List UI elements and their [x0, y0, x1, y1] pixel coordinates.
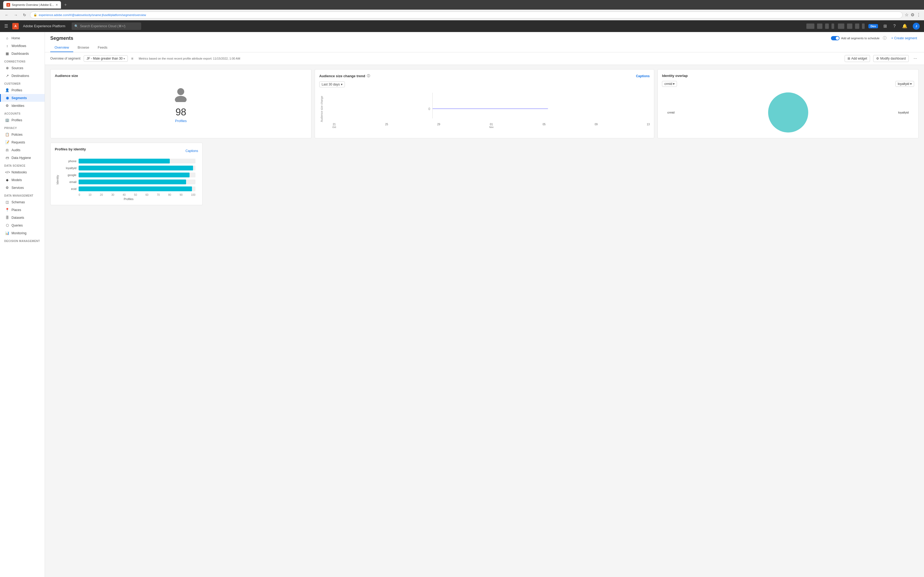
- monitoring-icon: 📊: [5, 231, 10, 235]
- tab-browse[interactable]: Browse: [73, 43, 93, 52]
- x-tick-29: 29: [437, 123, 440, 129]
- time-range-label: Last 30 days: [321, 82, 340, 86]
- sidebar-item-requests[interactable]: 📝 Requests: [0, 139, 45, 146]
- toggle-label: Add all segments to schedule: [841, 37, 880, 40]
- extensions-icon[interactable]: ⚙: [911, 12, 914, 18]
- models-icon: ◆: [5, 178, 10, 182]
- sidebar-item-workflows[interactable]: ↕ Workflows: [0, 42, 45, 50]
- workflows-icon: ↕: [5, 44, 10, 48]
- tab-overview[interactable]: Overview: [50, 43, 73, 52]
- sidebar-item-sources[interactable]: ⊕ Sources: [0, 64, 45, 72]
- profiles-captions-button[interactable]: Captions: [186, 149, 198, 153]
- sidebar-item-models[interactable]: ◆ Models: [0, 176, 45, 184]
- identity-overlap-widget: Identity overlap crmid ▾ loyaltyid ▾: [657, 69, 919, 139]
- sidebar-item-monitoring[interactable]: 📊 Monitoring: [0, 229, 45, 237]
- identity-overlap-controls: crmid ▾ loyaltyid ▾: [662, 81, 914, 87]
- toggle-all-segments[interactable]: Add all segments to schedule: [831, 36, 880, 40]
- sidebar-item-notebooks[interactable]: </> Notebooks: [0, 168, 45, 176]
- back-button[interactable]: ←: [3, 12, 10, 18]
- sidebar-item-accounts-profiles[interactable]: 🏢 Profiles: [0, 116, 45, 124]
- sidebar-item-data-hygiene[interactable]: 🗃 Data Hygiene: [0, 154, 45, 162]
- address-bar[interactable]: 🔒 experience.adobe.com/#/@salesvelocity/…: [30, 11, 903, 18]
- reload-button[interactable]: ↻: [21, 12, 28, 18]
- right-identity-chevron: ▾: [910, 82, 912, 86]
- new-tab-button[interactable]: +: [64, 2, 66, 7]
- segment-dropdown[interactable]: JF - Male greater than 30 ▾: [84, 55, 128, 62]
- sidebar-item-places[interactable]: 📍 Places: [0, 206, 45, 214]
- bar-fill-ecid: [79, 187, 192, 191]
- x-tick-13: 13: [647, 123, 650, 129]
- overlap-circle: [768, 92, 808, 132]
- forward-button[interactable]: →: [12, 12, 19, 18]
- sidebar-item-datasets[interactable]: 🗄 Datasets: [0, 214, 45, 221]
- right-identity-dropdown[interactable]: loyaltyid ▾: [895, 81, 914, 87]
- apps-icon[interactable]: ⊞: [882, 23, 888, 30]
- page-tabs: Overview Browse Feeds: [50, 43, 919, 52]
- hamburger-icon[interactable]: ☰: [4, 24, 8, 29]
- chevron-down-icon: ▾: [124, 57, 125, 60]
- menu-icon[interactable]: ⋮: [916, 12, 921, 18]
- sidebar-item-datasets-label: Datasets: [11, 216, 24, 219]
- time-range-dropdown[interactable]: Last 30 days ▾: [319, 82, 345, 87]
- notifications-icon[interactable]: 🔔: [901, 23, 908, 30]
- bar-row-google: google: [62, 172, 195, 177]
- sidebar-item-dashboards[interactable]: ▦ Dashboards: [0, 50, 45, 57]
- nav-block-7: [855, 24, 859, 29]
- chart-x-axis: 21Oct 25 29 01Nov 05 09 13: [324, 122, 650, 129]
- segments-icon: ◉: [5, 96, 10, 100]
- x-tick-09: 09: [594, 123, 598, 129]
- browser-nav-icons: ☆ ⚙ ⋮: [905, 12, 921, 18]
- info-icon[interactable]: ⓘ: [883, 36, 887, 40]
- tab-feeds[interactable]: Feeds: [94, 43, 112, 52]
- add-widget-button[interactable]: ⊞ Add widget: [845, 55, 870, 62]
- nav-block-8: [862, 24, 865, 29]
- bar-row-ecid: ecid: [62, 187, 195, 191]
- user-avatar[interactable]: J: [913, 23, 920, 30]
- sidebar-item-accounts-profiles-label: Profiles: [11, 118, 22, 122]
- tab-close-icon[interactable]: ×: [56, 3, 58, 7]
- trend-info-icon[interactable]: ⓘ: [367, 74, 370, 78]
- bar-track-google: [79, 172, 195, 177]
- bar-fill-google: [79, 172, 189, 177]
- create-segment-button[interactable]: + Create segment: [890, 35, 919, 41]
- modify-dashboard-button[interactable]: ⚙ Modify dashboard: [873, 55, 908, 62]
- nav-block-2: [817, 24, 822, 29]
- x-tick-100: 100: [191, 193, 195, 196]
- sidebar-item-policies[interactable]: 📋 Policies: [0, 131, 45, 139]
- sidebar-item-schemas[interactable]: ◫ Schemas: [0, 198, 45, 206]
- sidebar-item-profiles[interactable]: 👤 Profiles: [0, 86, 45, 94]
- list-view-icon[interactable]: ≡: [131, 56, 133, 61]
- data-hygiene-icon: 🗃: [5, 156, 10, 160]
- main-layout: ⌂ Home ↕ Workflows ▦ Dashboards CONNECTI…: [0, 32, 924, 577]
- person-icon: [174, 87, 187, 105]
- help-icon[interactable]: ?: [892, 23, 897, 30]
- sidebar-item-identities[interactable]: ⚙ Identities: [0, 102, 45, 110]
- profiles-link[interactable]: Profiles: [175, 119, 187, 123]
- bar-row-phone: phone: [62, 159, 195, 163]
- sidebar-item-home[interactable]: ⌂ Home: [0, 34, 45, 42]
- identity-overlap-title: Identity overlap: [662, 74, 914, 78]
- trend-captions-button[interactable]: Captions: [636, 74, 650, 78]
- sidebar-item-segments[interactable]: ◉ Segments: [0, 94, 45, 102]
- bar-fill-loyaltyid: [79, 166, 193, 171]
- adobe-logo: A: [12, 23, 19, 29]
- bookmark-icon[interactable]: ☆: [905, 12, 908, 18]
- create-segment-icon: +: [892, 36, 893, 40]
- left-identity-dropdown[interactable]: crmid ▾: [662, 81, 677, 87]
- sidebar-item-services[interactable]: ⚙ Services: [0, 184, 45, 192]
- more-options-icon[interactable]: ···: [912, 56, 919, 61]
- x-tick-40: 40: [123, 193, 126, 196]
- browser-tab[interactable]: A Segments Overview | Adobe E... ×: [3, 1, 61, 8]
- dashboards-icon: ▦: [5, 52, 10, 56]
- overlap-left-label: crmid: [667, 111, 675, 114]
- toggle-track[interactable]: [831, 36, 840, 40]
- sidebar-item-audits[interactable]: ⚖ Audits: [0, 146, 45, 154]
- bar-chart-container: Identity phone loyaltyid: [55, 159, 198, 201]
- sidebar-item-home-label: Home: [11, 36, 20, 40]
- search-bar[interactable]: 🔍 Search Experience Cloud (⌘+/): [72, 23, 141, 30]
- svg-point-1: [175, 96, 187, 102]
- sidebar-item-destinations[interactable]: ↗ Destinations: [0, 72, 45, 80]
- audience-count: 98: [175, 106, 186, 118]
- sidebar-item-queries-label: Queries: [11, 224, 23, 227]
- sidebar-item-queries[interactable]: ⬡ Queries: [0, 221, 45, 229]
